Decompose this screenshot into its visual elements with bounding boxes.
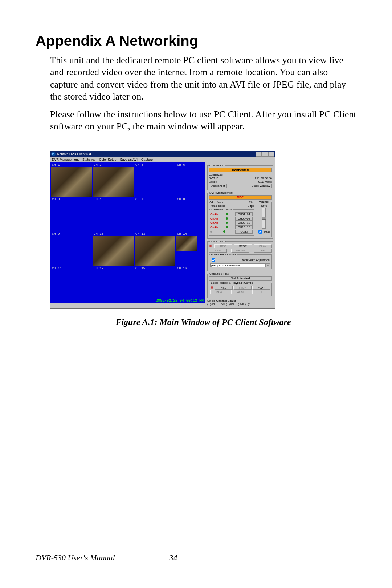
rec-status: REC bbox=[209, 195, 272, 200]
status-dot-icon bbox=[226, 213, 228, 215]
stop-button[interactable]: STOP bbox=[234, 244, 252, 248]
frame-rate-label: Frame Rate: bbox=[209, 204, 225, 208]
scaler-option: 4/8 bbox=[211, 303, 215, 306]
capture-play-group: Capture & Play Not Activated Local Recor… bbox=[207, 272, 273, 298]
local-pause-button[interactable]: PAUSE bbox=[231, 290, 249, 294]
dvr-management-legend: DVR Management bbox=[209, 191, 234, 194]
status-dot-icon bbox=[226, 226, 228, 228]
maximize-icon[interactable]: □ bbox=[262, 152, 268, 157]
onair-indicator: OnAir bbox=[210, 213, 218, 216]
local-ff-button[interactable]: FF bbox=[252, 290, 270, 294]
channel-label: CH 15 bbox=[135, 267, 146, 270]
connection-state: Connected bbox=[209, 173, 272, 176]
local-record-legend: Local Record & Playback Control bbox=[210, 281, 254, 285]
scaler-radio[interactable] bbox=[226, 303, 230, 306]
menu-dvr-management[interactable]: DVR Management bbox=[52, 158, 79, 161]
minimize-icon[interactable]: _ bbox=[256, 152, 262, 157]
video-thumbnail[interactable] bbox=[93, 236, 134, 266]
channel-label: CH 5 bbox=[135, 163, 144, 167]
channel-group-button[interactable]: CH13~16 bbox=[235, 225, 253, 229]
menubar: DVR Management Statistics Color Setup Sa… bbox=[50, 157, 275, 162]
mute-label: Mute bbox=[264, 230, 270, 233]
auto-adjust-label: Enable Auto Adjustment bbox=[240, 258, 270, 262]
channel-control-legend: Channel Control bbox=[210, 208, 233, 211]
app-icon bbox=[51, 152, 56, 156]
channel-label: CH 4 bbox=[93, 198, 102, 201]
channel-label: CH 8 bbox=[176, 198, 186, 201]
disconnect-button[interactable]: Disconnect bbox=[209, 184, 227, 188]
scaler-radio[interactable] bbox=[217, 303, 220, 306]
video-thumbnail[interactable] bbox=[176, 236, 197, 251]
channel-label: CH 11 bbox=[51, 267, 62, 270]
connection-status: Connected bbox=[209, 168, 272, 172]
channel-label: CH 16 bbox=[176, 267, 188, 270]
intro-paragraph-2: Please follow the instructions below to … bbox=[50, 108, 356, 133]
rew-button[interactable]: REW bbox=[209, 249, 227, 253]
channel-label: CH 3 bbox=[51, 198, 61, 201]
chevron-down-icon: ▼ bbox=[265, 264, 270, 267]
volume-slider[interactable] bbox=[262, 208, 266, 229]
local-record-group: Local Record & Playback Control REC STOP… bbox=[209, 281, 272, 296]
pause-button[interactable]: PAUSE bbox=[231, 249, 249, 253]
mute-checkbox[interactable] bbox=[258, 230, 262, 234]
menu-save-as-avi[interactable]: Save as AVI bbox=[120, 158, 138, 161]
local-play-button[interactable]: PLAY bbox=[252, 286, 270, 290]
rec-button[interactable]: REC bbox=[214, 244, 232, 248]
local-stop-button[interactable]: STOP bbox=[233, 286, 252, 290]
footer-page-number: 34 bbox=[170, 553, 177, 563]
video-thumbnail[interactable] bbox=[93, 167, 134, 197]
menu-color-setup[interactable]: Color Setup bbox=[99, 158, 117, 161]
titlebar: Remote DVR Client 6.3 _ □ × bbox=[50, 151, 275, 157]
scaler-radio[interactable] bbox=[245, 303, 249, 306]
connection-legend: Connection bbox=[209, 164, 225, 167]
play-button[interactable]: PLAY bbox=[254, 244, 272, 248]
video-mode-value: PAL bbox=[249, 201, 254, 204]
ff-button[interactable]: FF bbox=[254, 249, 272, 253]
video-grid: CH 1 CH 2 CH 5 CH 6 CH 3 CH 4 CH 7 CH 8 … bbox=[50, 162, 205, 303]
pc-client-window: Remote DVR Client 6.3 _ □ × DVR Manageme… bbox=[50, 151, 275, 309]
video-thumbnail[interactable] bbox=[51, 167, 92, 197]
auto-adjust-checkbox[interactable] bbox=[212, 258, 215, 262]
scaler-legend: Single Channel Scaler bbox=[207, 299, 273, 302]
menu-statistics[interactable]: Statistics bbox=[82, 158, 95, 161]
window-controls: _ □ × bbox=[256, 152, 274, 157]
channel-group-button[interactable]: CH01~04 bbox=[235, 212, 253, 216]
channel-control-group: Channel Control OnAirCH01~04 OnAirCH05~0… bbox=[209, 208, 254, 236]
window-title: Remote DVR Client 6.3 bbox=[57, 152, 91, 156]
scaler-radio[interactable] bbox=[236, 303, 239, 306]
dvr-ip-label: DVR IP: bbox=[209, 177, 219, 180]
video-timestamp: 2005/02/22 04:00:13 PM bbox=[156, 299, 204, 303]
frame-rate-dropdown[interactable]: [PAL] 8.333 frames/sec▼ bbox=[210, 263, 270, 267]
channel-label: CH 13 bbox=[135, 232, 146, 236]
close-window-button[interactable]: Close Window bbox=[250, 184, 272, 188]
status-dot-icon bbox=[226, 217, 228, 220]
channel-label: CH 7 bbox=[135, 198, 144, 201]
off-indicator: off bbox=[210, 230, 213, 233]
scaler-radio[interactable] bbox=[207, 303, 211, 306]
channel-label: CH 6 bbox=[176, 163, 186, 167]
control-panel: Connection Connected Connected DVR IP:21… bbox=[205, 162, 275, 308]
rec-dot-icon bbox=[211, 286, 213, 289]
scaler-option: 6/8 bbox=[230, 303, 234, 306]
close-icon[interactable]: × bbox=[268, 152, 274, 157]
quad-button[interactable]: Quad bbox=[235, 230, 253, 234]
capture-status: Not Activated bbox=[209, 276, 272, 281]
channel-label: CH 14 bbox=[176, 232, 188, 236]
video-thumbnail[interactable] bbox=[135, 236, 175, 266]
dvr-ip-value: 211.20.36.66 bbox=[255, 177, 272, 180]
frame-rate-value: 2 fps bbox=[248, 204, 254, 208]
volume-legend: Volume bbox=[258, 200, 269, 204]
menu-capture[interactable]: Capture bbox=[141, 158, 153, 161]
channel-label: CH 9 bbox=[51, 232, 61, 236]
local-rew-button[interactable]: REW bbox=[210, 290, 228, 294]
onair-indicator: OnAir bbox=[210, 217, 218, 220]
status-dot-icon bbox=[223, 230, 225, 233]
volume-value: 50 % bbox=[257, 204, 270, 208]
channel-group-button[interactable]: CH05~08 bbox=[235, 217, 253, 221]
scaler-group: Single Channel Scaler 4/8 5/8 6/8 7/8 1 bbox=[207, 299, 273, 307]
onair-indicator: OnAir bbox=[210, 226, 218, 229]
local-rec-button[interactable]: REC bbox=[215, 286, 233, 290]
channel-group-button[interactable]: CH09~12 bbox=[235, 221, 253, 225]
intro-paragraph-1: This unit and the dedicated remote PC cl… bbox=[50, 54, 356, 102]
connection-group: Connection Connected Connected DVR IP:21… bbox=[207, 164, 273, 190]
